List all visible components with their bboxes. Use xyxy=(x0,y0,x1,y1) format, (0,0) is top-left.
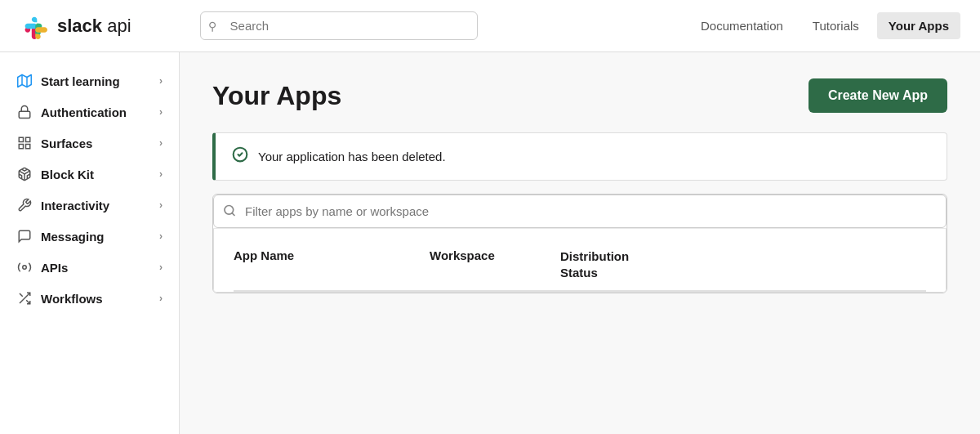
svg-rect-5 xyxy=(26,137,30,141)
map-icon xyxy=(16,73,33,89)
chevron-right-icon: › xyxy=(159,75,163,87)
filter-input[interactable] xyxy=(213,195,947,228)
chevron-right-icon-interactivity: › xyxy=(159,199,163,211)
sidebar-label-start-learning: Start learning xyxy=(41,74,151,88)
sidebar-item-surfaces[interactable]: Surfaces › xyxy=(0,128,179,159)
sidebar-label-messaging: Messaging xyxy=(41,230,151,244)
sidebar-item-messaging[interactable]: Messaging › xyxy=(0,221,179,252)
svg-rect-7 xyxy=(26,145,30,149)
chevron-right-icon-blockkit: › xyxy=(159,168,163,180)
header: slack api ⚲ Documentation Tutorials Your… xyxy=(0,0,980,52)
sidebar-item-interactivity[interactable]: Interactivity › xyxy=(0,190,179,221)
svg-line-12 xyxy=(20,293,23,297)
main-header: Your Apps Create New App xyxy=(212,78,947,113)
alert-message: Your application has been deleted. xyxy=(258,150,446,163)
filter-search-icon xyxy=(223,204,236,219)
logo-text: slack api xyxy=(57,16,131,37)
nav-tutorials[interactable]: Tutorials xyxy=(801,12,871,39)
filter-row xyxy=(213,195,947,229)
interactivity-icon xyxy=(16,197,33,213)
search-box: ⚲ xyxy=(200,11,478,40)
main-content: Your Apps Create New App Your applicatio… xyxy=(180,52,980,434)
chevron-right-icon-surfaces: › xyxy=(159,137,163,149)
slack-logo-icon xyxy=(20,11,49,41)
chevron-right-icon-auth: › xyxy=(159,106,163,118)
header-nav: Documentation Tutorials Your Apps xyxy=(689,12,960,39)
col-header-workspace: Workspace xyxy=(430,248,560,262)
sidebar: Start learning › Authentication › Surfac… xyxy=(0,52,180,434)
logo[interactable]: slack api xyxy=(20,11,131,41)
sidebar-item-block-kit[interactable]: Block Kit › xyxy=(0,159,179,190)
chevron-right-icon-messaging: › xyxy=(159,230,163,242)
create-new-app-button[interactable]: Create New App xyxy=(808,78,947,113)
svg-rect-6 xyxy=(19,145,23,149)
sidebar-label-interactivity: Interactivity xyxy=(41,199,151,213)
sidebar-item-apis[interactable]: APIs › xyxy=(0,252,179,283)
svg-marker-0 xyxy=(18,75,32,87)
svg-rect-3 xyxy=(19,111,30,118)
layout: Start learning › Authentication › Surfac… xyxy=(0,52,980,434)
filter-table-wrapper: App Name Workspace DistributionStatus xyxy=(212,194,947,293)
sidebar-label-authentication: Authentication xyxy=(41,105,151,119)
check-circle-icon xyxy=(232,146,248,167)
apps-table: App Name Workspace DistributionStatus xyxy=(213,229,947,293)
messaging-icon xyxy=(16,228,33,244)
blocks-icon xyxy=(16,166,33,182)
sidebar-item-start-learning[interactable]: Start learning › xyxy=(0,65,179,96)
grid-icon xyxy=(16,135,33,151)
chevron-right-icon-apis: › xyxy=(159,262,163,273)
nav-your-apps[interactable]: Your Apps xyxy=(877,12,960,39)
table-header: App Name Workspace DistributionStatus xyxy=(234,248,926,292)
sidebar-item-authentication[interactable]: Authentication › xyxy=(0,96,179,128)
sidebar-label-workflows: Workflows xyxy=(41,292,151,306)
alert-banner: Your application has been deleted. xyxy=(212,132,947,181)
search-icon: ⚲ xyxy=(208,20,216,33)
sidebar-label-block-kit: Block Kit xyxy=(41,168,151,181)
apis-icon xyxy=(16,259,33,275)
svg-rect-4 xyxy=(19,137,23,141)
svg-line-15 xyxy=(232,213,234,215)
sidebar-label-surfaces: Surfaces xyxy=(41,136,151,150)
svg-point-9 xyxy=(23,266,27,270)
sidebar-label-apis: APIs xyxy=(41,261,151,275)
col-header-distribution-status: DistributionStatus xyxy=(560,248,629,280)
filter-box xyxy=(213,195,947,228)
workflows-icon xyxy=(16,290,33,306)
search-input[interactable] xyxy=(200,11,478,40)
sidebar-item-workflows[interactable]: Workflows › xyxy=(0,283,179,314)
col-header-app-name: App Name xyxy=(234,248,430,262)
lock-icon xyxy=(16,104,33,120)
nav-documentation[interactable]: Documentation xyxy=(689,12,795,39)
chevron-right-icon-workflows: › xyxy=(159,293,163,304)
page-title: Your Apps xyxy=(212,81,341,111)
